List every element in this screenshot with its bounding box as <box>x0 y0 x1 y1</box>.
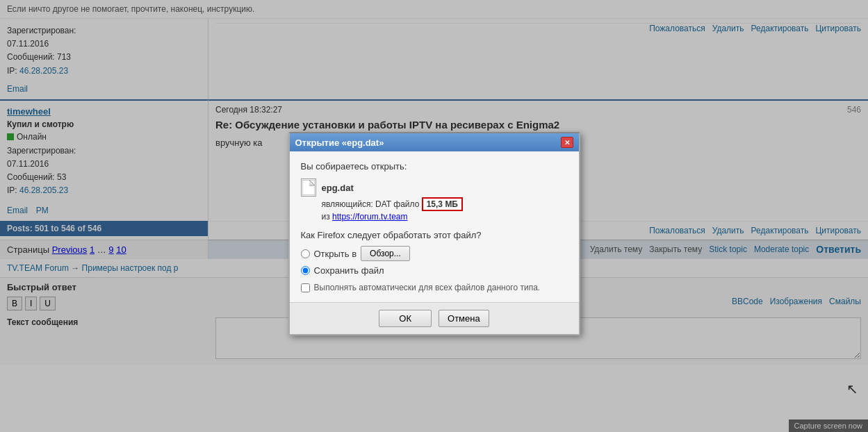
file-type-label: являющийся: DAT файло <box>322 199 420 209</box>
save-file-radio-row: Сохранить файл <box>301 265 568 276</box>
file-open-dialog: Открытие «epg.dat» ✕ Вы собираетесь откр… <box>288 132 580 335</box>
file-row: epg.dat <box>301 178 568 197</box>
auto-checkbox[interactable] <box>301 283 310 292</box>
dialog-footer: ОК Отмена <box>290 302 579 334</box>
save-file-radio[interactable] <box>301 266 310 275</box>
file-source-url[interactable]: https://forum.tv.team <box>332 212 407 222</box>
svg-rect-0 <box>302 180 315 195</box>
dialog-title: Открытие «epg.dat» <box>295 138 384 148</box>
file-info: являющийся: DAT файло 15,3 МБ <box>301 199 568 209</box>
auto-checkbox-row: Выполнять автоматически для всех файлов … <box>301 283 568 292</box>
open-in-radio-row: Открыть в Обзор... <box>301 246 568 261</box>
dialog-body: Вы собираетесь открыть: epg.dat являющий… <box>290 151 579 302</box>
file-size-highlight: 15,3 МБ <box>422 197 463 211</box>
dialog-question: Как Firefox следует обработать этот файл… <box>301 230 568 240</box>
file-source-label: из <box>322 212 330 222</box>
dialog-overlay: Открытие «epg.dat» ✕ Вы собираетесь откр… <box>0 0 868 432</box>
dialog-intro: Вы собираетесь открыть: <box>301 161 568 172</box>
browse-button[interactable]: Обзор... <box>361 246 410 261</box>
dialog-close-button[interactable]: ✕ <box>561 137 573 148</box>
cancel-button[interactable]: Отмена <box>439 310 489 327</box>
page-wrapper: Если ничто другое не помогает, прочтите,… <box>0 0 868 432</box>
file-source-info: из https://forum.tv.team <box>301 212 568 222</box>
dialog-file-name: epg.dat <box>322 183 354 193</box>
dialog-titlebar: Открытие «epg.dat» ✕ <box>290 133 579 151</box>
save-file-label: Сохранить файл <box>314 265 384 276</box>
open-in-label: Открыть в <box>314 249 357 259</box>
auto-checkbox-label: Выполнять автоматически для всех файлов … <box>314 283 541 292</box>
file-icon <box>301 178 316 197</box>
open-in-radio[interactable] <box>301 249 310 258</box>
ok-button[interactable]: ОК <box>379 310 432 327</box>
